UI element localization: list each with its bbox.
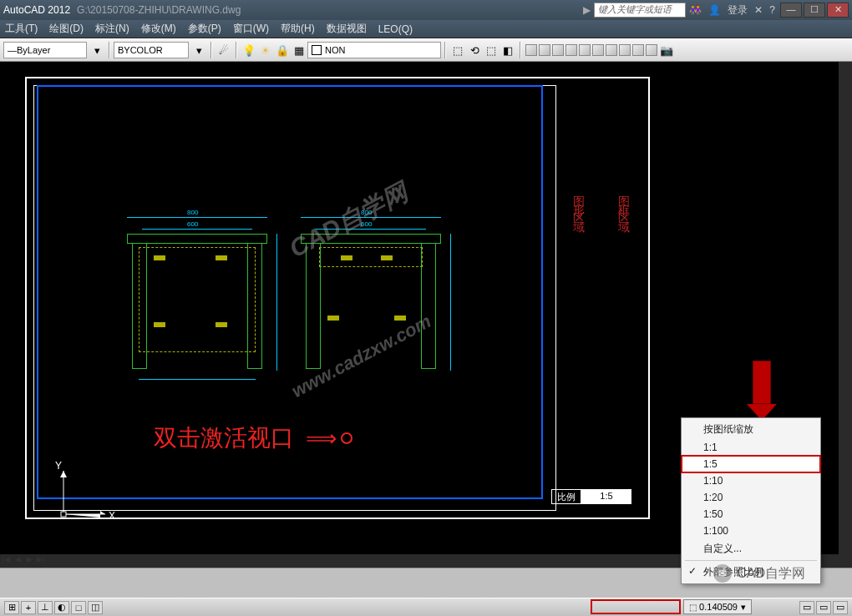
colormode-combo[interactable]: BYCOLOR — [114, 42, 189, 58]
menu-modify[interactable]: 修改(M) — [141, 22, 176, 36]
leg-right — [421, 244, 436, 369]
tabletop — [127, 234, 267, 244]
menu-bar: 工具(T) 绘图(D) 标注(N) 修改(M) 参数(P) 窗口(W) 帮助(H… — [0, 20, 852, 38]
svg-marker-3 — [60, 471, 67, 477]
tab-prev-icon[interactable]: ◀ — [12, 553, 23, 565]
menu-dimension[interactable]: 标注(N) — [95, 22, 129, 36]
scale-readout[interactable]: 0.140509▾ — [683, 599, 752, 614]
infocenter-icon[interactable]: 👭 — [689, 4, 702, 16]
fixture — [327, 316, 339, 321]
leg-left — [132, 244, 147, 369]
circle-icon — [341, 432, 352, 444]
exchange-icon[interactable]: ✕ — [754, 4, 763, 16]
dim-line-v — [450, 234, 451, 371]
fixture — [381, 255, 393, 260]
scale-option-1-20[interactable]: 1:20 — [682, 489, 820, 506]
ucs-icon: X Y — [47, 456, 122, 534]
dropdown-icon[interactable]: ▾ — [89, 43, 104, 58]
close-window-button[interactable]: ✕ — [827, 3, 849, 18]
scale-value: 1:5 — [581, 489, 631, 504]
layer-freeze-icon[interactable]: ☀ — [258, 43, 273, 58]
fixture — [154, 255, 165, 260]
dim-line — [127, 217, 267, 218]
instruction-text: 双击激活视口 ⟹ — [154, 422, 352, 454]
layer-on-icon[interactable]: 💡 — [241, 43, 256, 58]
tab-next-icon[interactable]: ▶ — [23, 553, 35, 565]
layout-tabs: |◀ ◀ ▶ ▶| — [0, 551, 47, 568]
tab-last-icon[interactable]: ▶| — [35, 553, 47, 565]
layer-manager-icon[interactable]: ☄ — [216, 43, 231, 58]
status-snap[interactable]: ⊞ — [4, 601, 19, 614]
menu-draw[interactable]: 绘图(D) — [49, 22, 84, 36]
scale-option-1-50[interactable]: 1:50 — [682, 506, 820, 523]
search-input[interactable]: 键入关键字或短语 — [594, 3, 686, 18]
tab-first-icon[interactable]: |◀ — [0, 553, 12, 565]
axis-y-label: Y — [55, 460, 62, 472]
fixture — [394, 316, 406, 321]
layer-prev-icon[interactable]: ⟲ — [467, 43, 482, 58]
menu-leo[interactable]: LEO(Q) — [378, 23, 413, 35]
fixture — [341, 255, 352, 260]
view-cube-3[interactable] — [552, 44, 564, 56]
menu-window[interactable]: 窗口(W) — [233, 22, 269, 36]
file-path: G:\20150708-ZHIHU\DRAWING.dwg — [77, 4, 241, 16]
layer-match-icon[interactable]: ◧ — [500, 43, 515, 58]
label-graphic-area: 图形区域 — [571, 187, 586, 220]
status-layouts[interactable]: ▭ — [833, 601, 848, 614]
layer-states-icon[interactable]: ⬚ — [450, 43, 465, 58]
dim-text: 800 — [187, 209, 198, 216]
scale-option-1-5[interactable]: 1:5 — [682, 456, 820, 472]
scale-option-fit[interactable]: 按图纸缩放 — [682, 420, 820, 439]
linetype-combo[interactable]: — ByLayer — [3, 42, 87, 58]
dim-line-v — [276, 234, 277, 371]
login-label[interactable]: 登录 — [728, 3, 748, 18]
status-osnap[interactable]: □ — [71, 601, 86, 614]
maximize-button[interactable]: ☐ — [804, 3, 825, 18]
hidden-outline — [319, 247, 423, 267]
dropdown-icon[interactable]: ▾ — [191, 43, 206, 58]
layer-iso-icon[interactable]: ⬚ — [484, 43, 499, 58]
help-icon[interactable]: ? — [769, 4, 775, 16]
view-cube-6[interactable] — [592, 44, 604, 56]
view-cube-2[interactable] — [539, 44, 550, 56]
view-cube-4[interactable] — [565, 44, 577, 56]
user-icon[interactable]: 👤 — [708, 4, 721, 16]
view-cube-1[interactable] — [525, 44, 537, 56]
status-ortho[interactable]: ⊥ — [38, 601, 53, 614]
layer-lock-icon[interactable]: 🔒 — [275, 43, 290, 58]
scale-label: 比例 — [551, 489, 581, 504]
menu-parametric[interactable]: 参数(P) — [188, 22, 221, 36]
dim-line — [142, 229, 252, 230]
scale-option-1-1[interactable]: 1:1 — [682, 439, 820, 456]
camera-icon[interactable]: 📷 — [659, 43, 674, 58]
view-cube-7[interactable] — [606, 44, 617, 56]
hidden-outline — [139, 247, 256, 352]
scale-option-1-100[interactable]: 1:100 — [682, 523, 820, 539]
status-model-paper[interactable]: ▭ — [799, 601, 814, 614]
menu-dataview[interactable]: 数据视图 — [327, 22, 367, 36]
drawing-object-right: 800 600 — [301, 217, 441, 384]
status-quickview[interactable]: ▭ — [816, 601, 831, 614]
dim-line — [316, 229, 426, 230]
layer-plot-icon[interactable]: ▦ — [292, 43, 307, 58]
menu-tools[interactable]: 工具(T) — [5, 22, 38, 36]
menu-help[interactable]: 帮助(H) — [281, 22, 315, 36]
status-polar[interactable]: ◐ — [54, 601, 69, 614]
view-cube-5[interactable] — [579, 44, 591, 56]
scale-option-custom[interactable]: 自定义... — [682, 539, 820, 558]
view-cube-9[interactable] — [632, 44, 644, 56]
layer-combo[interactable]: NON — [307, 42, 441, 58]
view-cube-8[interactable] — [619, 44, 631, 56]
minimize-button[interactable]: — — [780, 3, 802, 18]
dim-text: 800 — [361, 209, 372, 216]
status-3dosnap[interactable]: ◫ — [88, 601, 103, 614]
scale-option-xref[interactable]: 外部参照比例 — [682, 563, 820, 582]
status-grid[interactable]: + — [21, 601, 36, 614]
annotation-arrow — [747, 361, 777, 421]
view-cube-10[interactable] — [646, 44, 657, 56]
leg-left — [306, 244, 321, 369]
leg-right — [247, 244, 262, 369]
scrollbar-vertical[interactable] — [839, 62, 852, 568]
fixture — [216, 255, 227, 260]
scale-option-1-10[interactable]: 1:10 — [682, 472, 820, 489]
